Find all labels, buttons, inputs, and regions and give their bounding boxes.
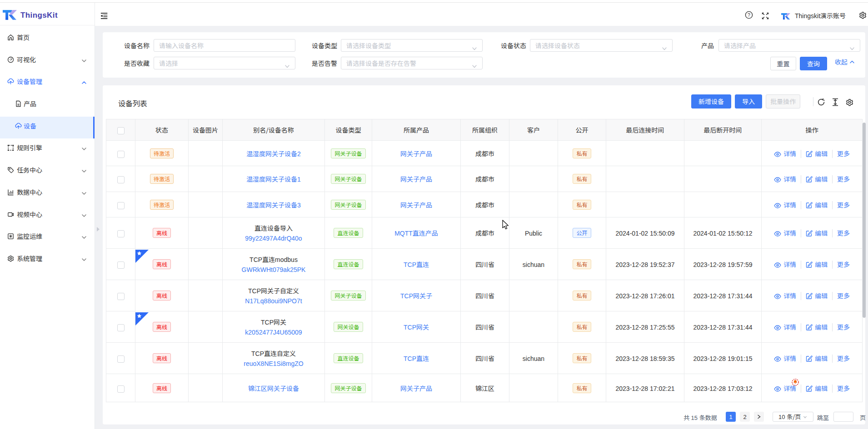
svg-text:?: ? (748, 12, 750, 18)
